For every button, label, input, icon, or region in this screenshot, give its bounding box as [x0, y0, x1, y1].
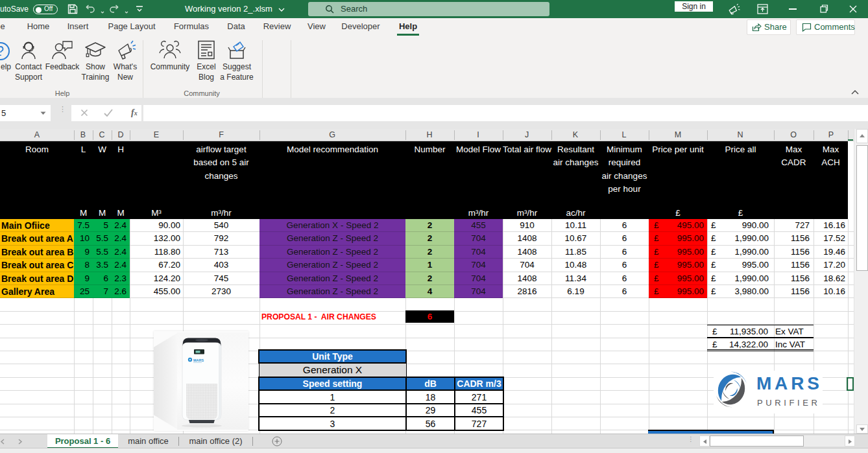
svg-text:MARS: MARS: [193, 358, 204, 362]
